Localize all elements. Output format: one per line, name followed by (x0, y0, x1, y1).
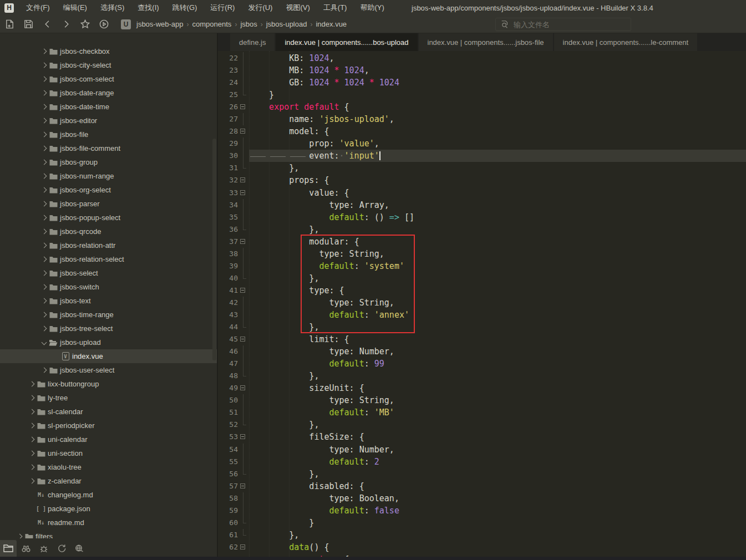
chevron-right-icon[interactable] (40, 119, 48, 123)
chevron-right-icon[interactable] (40, 77, 48, 81)
code-line-34[interactable]: 34type: Array, (218, 199, 746, 211)
chevron-right-icon[interactable] (40, 49, 48, 53)
sidebar-scrollbar[interactable] (212, 139, 216, 360)
code-line-42[interactable]: 42type: String, (218, 297, 746, 309)
tree-item-jsbos-popup-select[interactable]: jsbos-popup-select (0, 211, 217, 225)
code-line-39[interactable]: 39default: 'system' (218, 260, 746, 272)
tree-item-jsbos-file[interactable]: jsbos-file (0, 128, 217, 141)
breadcrumb-item[interactable]: jsbos-upload (264, 20, 309, 28)
chevron-right-icon[interactable] (40, 160, 48, 164)
menu-item-2[interactable]: 选择(S) (94, 0, 131, 16)
menu-item-7[interactable]: 视图(V) (279, 0, 316, 16)
code-line-60[interactable]: 60} (218, 517, 746, 529)
menu-item-6[interactable]: 发行(U) (241, 0, 279, 16)
code-line-53[interactable]: 53fileSize: { (218, 431, 746, 443)
code-line-50[interactable]: 50type: String, (218, 394, 746, 406)
code-line-59[interactable]: 59default: false (218, 505, 746, 517)
tree-item-jsbos-editor[interactable]: jsbos-editor (0, 114, 217, 128)
tree-item-jsbos-relation-select[interactable]: jsbos-relation-select (0, 252, 217, 266)
code-line-46[interactable]: 46type: Number, (218, 345, 746, 358)
code-line-61[interactable]: 61}, (218, 529, 746, 541)
tree-item-uni-section[interactable]: uni-section (0, 446, 217, 460)
tree-item-jsbos-checkbox[interactable]: jsbos-checkbox (0, 44, 217, 58)
breadcrumb-item[interactable]: jsbos-web-app (134, 20, 186, 28)
tree-item-jsbos-upload[interactable]: jsbos-upload (0, 335, 217, 349)
code-line-47[interactable]: 47default: 99 (218, 358, 746, 370)
tree-item-jsbos-date-range[interactable]: jsbos-date-range (0, 86, 217, 100)
editor-tab-2[interactable]: index.vue | components......jsbos-file (419, 33, 553, 51)
tree-item-jsbos-select[interactable]: jsbos-select (0, 266, 217, 280)
chevron-right-icon[interactable] (40, 146, 48, 150)
tree-item-jsbos-parser[interactable]: jsbos-parser (0, 197, 217, 211)
tree-item-jsbos-tree-select[interactable]: jsbos-tree-select (0, 322, 217, 335)
tree-item-jsbos-time-range[interactable]: jsbos-time-range (0, 308, 217, 322)
code-line-55[interactable]: 55default: 2 (218, 456, 746, 468)
code-line-30[interactable]: 30event:·'input' (218, 150, 746, 162)
code-line-36[interactable]: 36}, (218, 223, 746, 236)
code-line-44[interactable]: 44}, (218, 321, 746, 333)
favorite-star-button[interactable] (75, 17, 94, 32)
code-line-58[interactable]: 58type: Boolean, (218, 492, 746, 505)
fold-toggle-icon[interactable] (238, 187, 249, 199)
tree-item-lixx-buttongroup[interactable]: lixx-buttongroup (0, 377, 217, 391)
tree-item-jsbos-text[interactable]: jsbos-text (0, 294, 217, 308)
code-line-28[interactable]: 28model: { (218, 125, 746, 138)
breadcrumb-item[interactable]: components (190, 20, 234, 28)
fold-toggle-icon[interactable] (238, 382, 249, 394)
tree-item-sl-calendar[interactable]: sl-calendar (0, 405, 217, 419)
chevron-right-icon[interactable] (28, 424, 35, 427)
code-line-35[interactable]: 35default: () => [] (218, 211, 746, 223)
save-button[interactable] (19, 17, 38, 32)
run-button[interactable] (94, 17, 113, 32)
menu-item-5[interactable]: 运行(R) (204, 0, 241, 16)
tree-item-xiaolu-tree[interactable]: xiaolu-tree (0, 460, 217, 474)
fold-toggle-icon[interactable] (238, 541, 249, 553)
code-line-33[interactable]: 33value: { (218, 187, 746, 199)
code-line-45[interactable]: 45limit: { (218, 333, 746, 345)
editor-tab-3[interactable]: index.vue | components......le-comment (554, 33, 698, 51)
code-line-27[interactable]: 27name: 'jsbos-upload', (218, 113, 746, 125)
code-line-31[interactable]: 31}, (218, 162, 746, 174)
chevron-right-icon[interactable] (40, 243, 48, 247)
menu-item-0[interactable]: 文件(F) (19, 0, 57, 16)
chevron-right-icon[interactable] (40, 271, 48, 275)
file-search-input[interactable] (512, 20, 615, 29)
chevron-right-icon[interactable] (40, 230, 48, 233)
fold-toggle-icon[interactable] (238, 236, 249, 248)
code-line-26[interactable]: 26export default { (218, 101, 746, 113)
code-line-23[interactable]: 23MB: 1024 * 1024, (218, 64, 746, 77)
chevron-right-icon[interactable] (40, 368, 48, 372)
breadcrumb-item[interactable]: jsbos (238, 20, 259, 28)
tree-item-uni-calendar[interactable]: uni-calendar (0, 432, 217, 446)
forward-button[interactable] (57, 17, 75, 32)
chevron-right-icon[interactable] (28, 396, 35, 400)
fold-toggle-icon[interactable] (238, 284, 249, 297)
sidebar-sync-icon[interactable] (53, 540, 70, 557)
chevron-right-icon[interactable] (28, 451, 35, 455)
code-line-57[interactable]: 57disabled: { (218, 480, 746, 492)
fold-toggle-icon[interactable] (238, 480, 249, 492)
code-line-29[interactable]: 29prop: 'value', (218, 138, 746, 150)
fold-toggle-icon[interactable] (238, 101, 249, 113)
sidebar-network-icon[interactable] (71, 540, 88, 557)
new-file-button[interactable] (0, 17, 19, 32)
fold-toggle-icon[interactable] (238, 174, 249, 186)
tree-item-jsbos-qrcode[interactable]: jsbos-qrcode (0, 225, 217, 238)
breadcrumb-item[interactable]: index.vue (313, 20, 349, 28)
chevron-right-icon[interactable] (40, 133, 48, 136)
chevron-down-icon[interactable] (40, 340, 48, 344)
chevron-right-icon[interactable] (40, 299, 48, 303)
tree-item-z-calendar[interactable]: z-calendar (0, 474, 217, 488)
chevron-right-icon[interactable] (40, 285, 48, 289)
tree-item-jsbos-num-range[interactable]: jsbos-num-range (0, 169, 217, 183)
menu-item-9[interactable]: 帮助(Y) (353, 0, 390, 16)
menu-item-8[interactable]: 工具(T) (317, 0, 354, 16)
code-line-32[interactable]: 32props: { (218, 174, 746, 186)
tree-item-jsbos-relation-attr[interactable]: jsbos-relation-attr (0, 238, 217, 252)
chevron-right-icon[interactable] (28, 437, 35, 441)
tree-item-ly-tree[interactable]: ly-tree (0, 391, 217, 405)
back-button[interactable] (38, 17, 57, 32)
chevron-right-icon[interactable] (40, 105, 48, 109)
chevron-right-icon[interactable] (40, 202, 48, 206)
code-line-24[interactable]: 24GB: 1024 * 1024 * 1024 (218, 77, 746, 89)
